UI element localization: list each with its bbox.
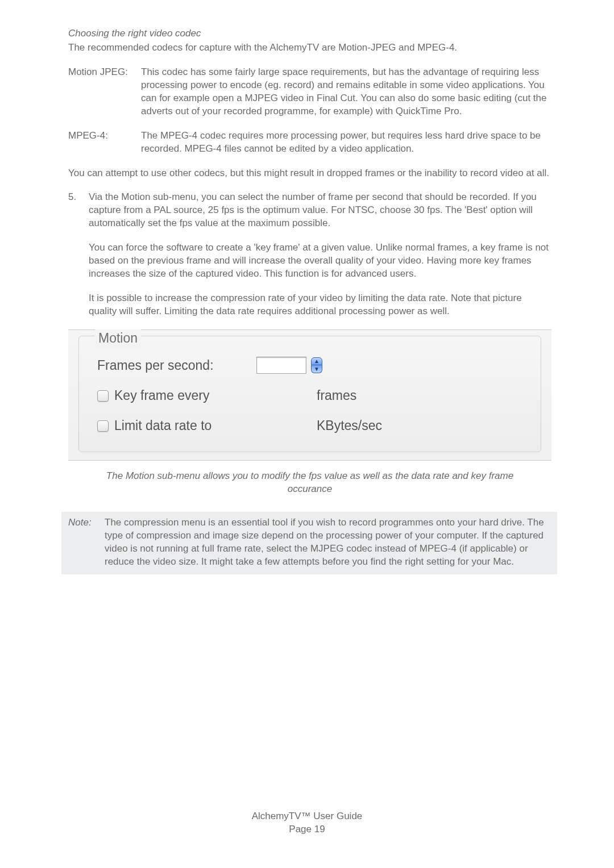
step-5-p2: You can force the software to create a '…: [89, 241, 551, 281]
fps-input[interactable]: [256, 357, 306, 374]
limit-checkbox[interactable]: [97, 420, 109, 432]
codec-mjpeg-label: Motion JPEG:: [68, 66, 141, 118]
motion-panel: Motion Frames per second: ▲ ▼ Key frame …: [68, 329, 551, 461]
step-5-p3: It is possible to increase the compressi…: [89, 292, 551, 318]
codec-mpeg4-row: MPEG-4: The MPEG-4 codec requires more p…: [68, 130, 551, 156]
section-subheading: Choosing the right video codec: [68, 27, 551, 40]
fps-label: Frames per second:: [97, 357, 214, 374]
footer-title: AlchemyTV™ User Guide: [252, 811, 363, 821]
footer-page-label: Page: [289, 824, 314, 834]
stepper-down-icon[interactable]: ▼: [311, 365, 322, 373]
note-body: The compression menu is an essential too…: [105, 516, 550, 569]
motion-title: Motion: [95, 329, 141, 347]
step-5-p1: Via the Motion sub-menu, you can select …: [89, 191, 551, 230]
stepper-up-icon[interactable]: ▲: [311, 357, 322, 365]
fps-row: Frames per second: ▲ ▼: [97, 357, 525, 374]
note-box: Note: The compression menu is an essenti…: [61, 512, 557, 574]
codec-mjpeg-row: Motion JPEG: This codec has some fairly …: [68, 66, 551, 118]
keyframe-checkbox[interactable]: [97, 390, 109, 402]
keyframe-label: Key frame every: [114, 387, 209, 404]
fps-stepper[interactable]: ▲ ▼: [311, 357, 322, 373]
page-footer: AlchemyTV™ User Guide Page 19: [0, 810, 614, 836]
note-label: Note:: [68, 516, 105, 569]
codec-mjpeg-body: This codec has some fairly large space r…: [141, 66, 551, 118]
step-5-row: 5. Via the Motion sub-menu, you can sele…: [68, 191, 551, 230]
keyframe-row: Key frame every frames: [97, 387, 525, 404]
footer-page-number: 19: [314, 824, 325, 834]
keyframe-unit: frames: [317, 387, 356, 404]
codec-warning: You can attempt to use other codecs, but…: [68, 167, 551, 180]
step-5-number: 5.: [68, 191, 89, 230]
figure-caption: The Motion sub-menu allows you to modify…: [97, 470, 523, 496]
limit-label: Limit data rate to: [114, 417, 211, 435]
limit-unit: KBytes/sec: [317, 417, 382, 435]
limit-row: Limit data rate to KBytes/sec: [97, 417, 525, 435]
codec-mpeg4-body: The MPEG-4 codec requires more processin…: [141, 130, 551, 156]
motion-fieldset: Motion Frames per second: ▲ ▼ Key frame …: [78, 336, 541, 452]
intro-text: The recommended codecs for capture with …: [68, 41, 551, 55]
codec-mpeg4-label: MPEG-4:: [68, 130, 141, 156]
